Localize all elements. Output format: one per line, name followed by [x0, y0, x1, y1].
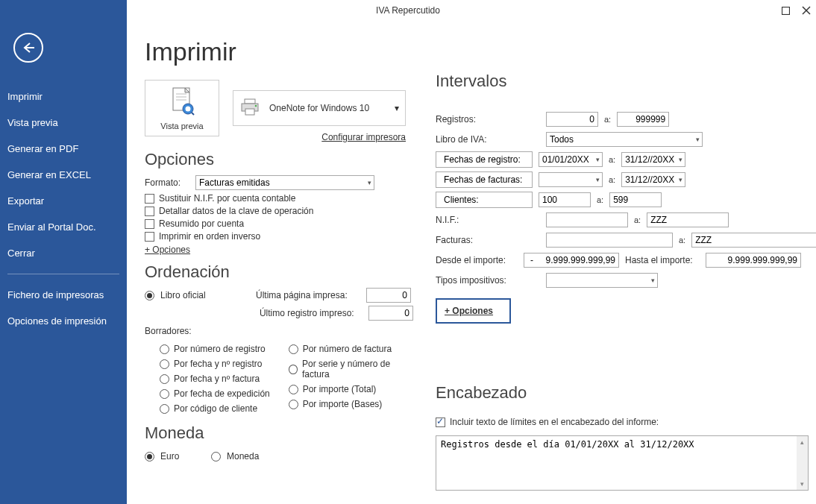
borradores-label: Borradores: [145, 326, 192, 336]
radio-fecha-expedicion[interactable] [160, 389, 169, 399]
facturas-to-input[interactable] [691, 233, 816, 248]
ordenacion-heading: Ordenación [145, 262, 413, 282]
encabezado-textarea[interactable]: Registros desde el día 01/01/20XX al 31/… [436, 435, 809, 491]
hasta-importe-label: Hasta el importe: [625, 255, 700, 265]
sidebar-item-imprimir[interactable]: Imprimir [0, 84, 127, 110]
ultima-pagina-label: Última página impresa: [256, 290, 360, 300]
radio-moneda-label: Moneda [227, 451, 259, 462]
facturas-from-input[interactable] [546, 233, 673, 248]
chk-sustituir-nif-label: Sustituir N.I.F. por cuenta contable [159, 193, 295, 204]
printer-select[interactable]: OneNote for Windows 10 ▾ [233, 90, 406, 126]
encabezado-heading: Encabezado [436, 383, 816, 403]
chk-sustituir-nif[interactable] [145, 194, 154, 204]
configure-printer-link[interactable]: Configurar impresora [233, 132, 406, 142]
nif-from-input[interactable] [546, 212, 628, 227]
printer-name: OneNote for Windows 10 [269, 103, 369, 113]
close-icon[interactable] [801, 5, 812, 16]
chk-orden-inverso-label: Imprimir en orden inverso [159, 231, 260, 242]
radio-libro-oficial-label: Libro oficial [160, 290, 250, 300]
desde-importe-label: Desde el importe: [436, 255, 518, 265]
radio-moneda[interactable] [211, 452, 221, 462]
radio-euro[interactable] [145, 452, 154, 462]
a-label: a: [604, 115, 611, 124]
fechas-registro-to-input[interactable] [621, 152, 685, 167]
maximize-icon[interactable] [780, 5, 791, 16]
fechas-registro-button[interactable]: Fechas de registro: [436, 151, 533, 168]
sidebar: Imprimir Vista previa Generar en PDF Gen… [0, 0, 127, 504]
clientes-button[interactable]: Clientes: [436, 192, 533, 208]
radio-num-factura[interactable] [289, 344, 298, 354]
radio-num-registro[interactable] [160, 344, 169, 354]
libro-iva-select[interactable]: Todos [546, 132, 703, 147]
vista-previa-button[interactable]: Vista previa [145, 80, 219, 136]
sidebar-item-exportar[interactable]: Exportar [0, 188, 127, 214]
intervalos-more-box[interactable]: + Opciones [436, 298, 511, 324]
back-button[interactable] [13, 33, 43, 63]
fechas-facturas-to-input[interactable] [621, 172, 685, 187]
radio-serie-factura[interactable] [289, 365, 298, 374]
ultima-pagina-input[interactable] [366, 288, 411, 303]
fechas-facturas-from-input[interactable] [539, 172, 603, 187]
radio-fecha-registro[interactable] [160, 359, 169, 369]
sidebar-item-excel[interactable]: Generar en EXCEL [0, 162, 127, 188]
facturas-label: Facturas: [436, 235, 540, 245]
sidebar-item-fichero-impresoras[interactable]: Fichero de impresoras [0, 282, 127, 308]
chk-detallar-clave-label: Detallar datos de la clave de operación [159, 206, 313, 216]
registros-to-input[interactable] [617, 112, 669, 127]
formato-select[interactable]: Facturas emitidas [195, 175, 374, 190]
ultimo-registro-label: Último registro impreso: [260, 308, 363, 318]
radio-fecha-factura[interactable] [160, 374, 169, 384]
scroll-up-icon[interactable]: ▴ [797, 436, 808, 448]
sidebar-item-pdf[interactable]: Generar en PDF [0, 136, 127, 162]
libro-iva-label: Libro de IVA: [436, 134, 540, 145]
chk-detallar-clave[interactable] [145, 207, 154, 216]
hasta-importe-input[interactable] [706, 253, 801, 268]
chevron-down-icon: ▾ [395, 103, 399, 113]
svg-point-10 [186, 106, 191, 111]
tipos-label: Tipos impositivos: [436, 275, 540, 286]
chk-incluir-encabezado-label: Incluir texto de límites en el encabezad… [450, 417, 659, 427]
ultimo-registro-input[interactable] [368, 306, 413, 321]
radio-codigo-cliente[interactable] [160, 404, 169, 414]
chk-incluir-encabezado[interactable] [436, 418, 445, 427]
svg-point-15 [255, 104, 257, 107]
chk-resumido-label: Resumido por cuenta [159, 218, 244, 229]
sidebar-item-opciones-impresion[interactable]: Opciones de impresión [0, 308, 127, 334]
sidebar-item-vista-previa[interactable]: Vista previa [0, 110, 127, 136]
fechas-registro-from-input[interactable] [539, 152, 603, 167]
sidebar-separator [7, 274, 119, 274]
svg-rect-12 [245, 99, 255, 104]
svg-line-11 [192, 113, 194, 115]
sidebar-item-cerrar[interactable]: Cerrar [0, 240, 127, 266]
sidebar-item-portal[interactable]: Enviar al Portal Doc. [0, 214, 127, 240]
nif-label: N.I.F.: [436, 215, 540, 225]
chk-orden-inverso[interactable] [145, 232, 154, 242]
radio-euro-label: Euro [160, 451, 205, 462]
opciones-heading: Opciones [145, 150, 413, 169]
document-preview-icon [169, 86, 195, 119]
scroll-down-icon[interactable]: ▾ [797, 478, 808, 490]
chk-resumido[interactable] [145, 219, 154, 229]
tipos-select[interactable] [546, 273, 658, 288]
printer-icon [239, 98, 262, 119]
registros-from-input[interactable] [546, 112, 598, 127]
radio-importe-bases[interactable] [289, 400, 298, 409]
vista-previa-label: Vista previa [160, 122, 203, 130]
desde-importe-input[interactable] [524, 253, 619, 268]
svg-rect-14 [245, 109, 254, 115]
registros-label: Registros: [436, 114, 540, 125]
nif-to-input[interactable] [647, 212, 729, 227]
radio-libro-oficial[interactable] [145, 291, 154, 300]
fechas-facturas-button[interactable]: Fechas de facturas: [436, 171, 533, 188]
textarea-scrollbar[interactable]: ▴ ▾ [797, 435, 809, 491]
intervalos-more-link[interactable]: + Opciones [445, 306, 493, 316]
page-title: Imprimir [145, 37, 413, 66]
moneda-heading: Moneda [145, 423, 413, 443]
intervalos-heading: Intervalos [436, 72, 816, 91]
clientes-from-input[interactable] [539, 192, 591, 207]
clientes-to-input[interactable] [609, 192, 662, 207]
window-title: IVA Repercutido [376, 5, 440, 16]
opciones-more-link[interactable]: + Opciones [145, 245, 190, 255]
svg-rect-0 [782, 7, 789, 14]
radio-importe-total[interactable] [289, 385, 298, 394]
